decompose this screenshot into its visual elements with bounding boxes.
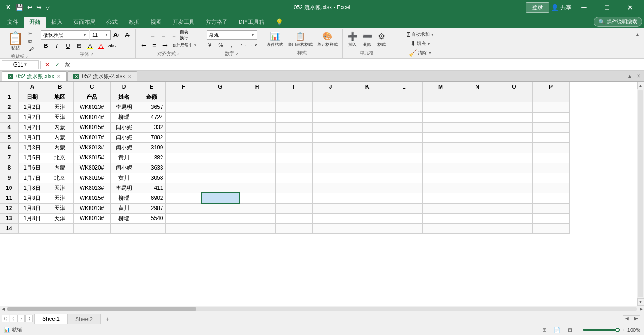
cell-J2[interactable] xyxy=(312,102,349,112)
cell-K12[interactable] xyxy=(349,203,386,213)
maximize-button[interactable]: □ xyxy=(596,0,617,15)
cell-C4[interactable]: WK8015# xyxy=(73,122,110,132)
cell-D8[interactable]: 闫小妮 xyxy=(110,163,138,173)
col-header-I[interactable]: I xyxy=(275,82,312,92)
cell-A1[interactable]: 日期 xyxy=(18,92,46,102)
cell-E4[interactable]: 332 xyxy=(138,122,165,132)
tab-insert[interactable]: 插入 xyxy=(46,17,68,28)
fill-button[interactable]: ⬇ 填充 ▼ xyxy=(409,40,432,48)
sheet-tab-1[interactable]: Sheet1 xyxy=(34,314,67,324)
sheet-nav-last[interactable]: ⟩⟩ xyxy=(25,315,33,322)
cell-I6[interactable] xyxy=(275,142,312,153)
cell-G7[interactable] xyxy=(202,153,239,163)
cell-B9[interactable]: 北京 xyxy=(46,173,73,183)
cell-G13[interactable] xyxy=(202,213,239,223)
cell-N5[interactable] xyxy=(459,132,496,142)
cell-P11[interactable] xyxy=(532,193,569,203)
cell-P12[interactable] xyxy=(532,203,569,213)
cell-E14[interactable] xyxy=(138,223,165,233)
cell-H6[interactable] xyxy=(239,142,275,153)
font-name-selector[interactable]: 微软雅黑 ▼ xyxy=(41,30,89,40)
cell-D7[interactable]: 黄川 xyxy=(110,153,138,163)
cell-A9[interactable]: 1月7日 xyxy=(18,173,46,183)
cell-C12[interactable]: WK8013# xyxy=(73,203,110,213)
login-button[interactable]: 登录 xyxy=(526,2,549,13)
cell-G2[interactable] xyxy=(202,102,239,112)
cell-P10[interactable] xyxy=(532,183,569,193)
col-header-P[interactable]: P xyxy=(532,82,569,92)
cell-A2[interactable]: 1月2日 xyxy=(18,102,46,112)
strikethrough-button[interactable]: abc xyxy=(107,41,117,50)
col-header-A[interactable]: A xyxy=(18,82,46,92)
ribbon-search[interactable]: 🔍 操作说明搜索 xyxy=(594,17,642,27)
workbook-tab-2[interactable]: X 052 流水账-2.xlsx ✕ xyxy=(67,71,137,81)
cell-A13[interactable]: 1月8日 xyxy=(18,213,46,223)
cell-L13[interactable] xyxy=(386,213,422,223)
cell-C2[interactable]: WK8013# xyxy=(73,102,110,112)
cell-M2[interactable] xyxy=(422,102,459,112)
share-button[interactable]: 👤 共享 xyxy=(551,4,571,11)
cell-F3[interactable] xyxy=(165,112,202,122)
cell-O12[interactable] xyxy=(496,203,532,213)
cell-N4[interactable] xyxy=(459,122,496,132)
format-painter-button[interactable]: 🖌 xyxy=(27,46,35,52)
cell-G4[interactable] xyxy=(202,122,239,132)
cell-B13[interactable]: 天津 xyxy=(46,213,73,223)
cell-I7[interactable] xyxy=(275,153,312,163)
percent-button[interactable]: % xyxy=(216,40,226,50)
insert-button[interactable]: ➕ 插入 xyxy=(346,30,359,49)
cell-K9[interactable] xyxy=(349,173,386,183)
sheet-nav-next[interactable]: ⟩ xyxy=(17,315,25,322)
normal-view-button[interactable]: ⊞ xyxy=(540,326,549,334)
cell-P8[interactable] xyxy=(532,163,569,173)
cell-A8[interactable]: 1月6日 xyxy=(18,163,46,173)
sheet-tab-2[interactable]: Sheet2 xyxy=(67,314,101,324)
currency-button[interactable]: ¥ xyxy=(205,40,215,50)
cell-J1[interactable] xyxy=(312,92,349,102)
cell-F5[interactable] xyxy=(165,132,202,142)
cell-L8[interactable] xyxy=(386,163,422,173)
cell-G8[interactable] xyxy=(202,163,239,173)
col-header-O[interactable]: O xyxy=(496,82,532,92)
cell-A12[interactable]: 1月8日 xyxy=(18,203,46,213)
cell-F2[interactable] xyxy=(165,102,202,112)
scroll-up-button[interactable]: ▲ xyxy=(637,82,644,89)
cell-L5[interactable] xyxy=(386,132,422,142)
cell-O9[interactable] xyxy=(496,173,532,183)
cell-M7[interactable] xyxy=(422,153,459,163)
cell-E10[interactable]: 411 xyxy=(138,183,165,193)
cell-N14[interactable] xyxy=(459,223,496,233)
vertical-scrollbar[interactable]: ▲ ▼ xyxy=(637,82,644,306)
close-button[interactable]: ✕ xyxy=(619,0,640,15)
cell-B7[interactable]: 北京 xyxy=(46,153,73,163)
cell-G12[interactable] xyxy=(202,203,239,213)
tab-file[interactable]: 文件 xyxy=(2,17,24,28)
zoom-track[interactable] xyxy=(583,329,620,331)
add-sheet-button[interactable]: + xyxy=(102,314,112,324)
row-num-7[interactable]: 7 xyxy=(0,153,18,163)
cell-K11[interactable] xyxy=(349,193,386,203)
cell-G14[interactable] xyxy=(202,223,239,233)
cell-N11[interactable] xyxy=(459,193,496,203)
cell-G3[interactable] xyxy=(202,112,239,122)
increase-decimal-button[interactable]: .0→ xyxy=(238,40,248,50)
scroll-down-button[interactable]: ▼ xyxy=(637,298,644,306)
cell-E5[interactable]: 7882 xyxy=(138,132,165,142)
cell-O1[interactable] xyxy=(496,92,532,102)
cell-M9[interactable] xyxy=(422,173,459,183)
cell-H9[interactable] xyxy=(239,173,275,183)
cell-O7[interactable] xyxy=(496,153,532,163)
cell-K5[interactable] xyxy=(349,132,386,142)
font-decrease-button[interactable]: A- xyxy=(123,30,133,40)
cell-N2[interactable] xyxy=(459,102,496,112)
sheet-scroll-right[interactable]: ▶ xyxy=(633,316,640,321)
paste-button[interactable]: 📋 粘贴 xyxy=(5,31,26,52)
border-button[interactable]: ⊞ xyxy=(74,41,84,50)
cell-B3[interactable]: 天津 xyxy=(46,112,73,122)
save-icon[interactable]: 💾 xyxy=(15,4,24,11)
cell-B10[interactable]: 天津 xyxy=(46,183,73,193)
cell-G1[interactable] xyxy=(202,92,239,102)
cell-F4[interactable] xyxy=(165,122,202,132)
cell-D14[interactable] xyxy=(110,223,138,233)
cell-P9[interactable] xyxy=(532,173,569,183)
